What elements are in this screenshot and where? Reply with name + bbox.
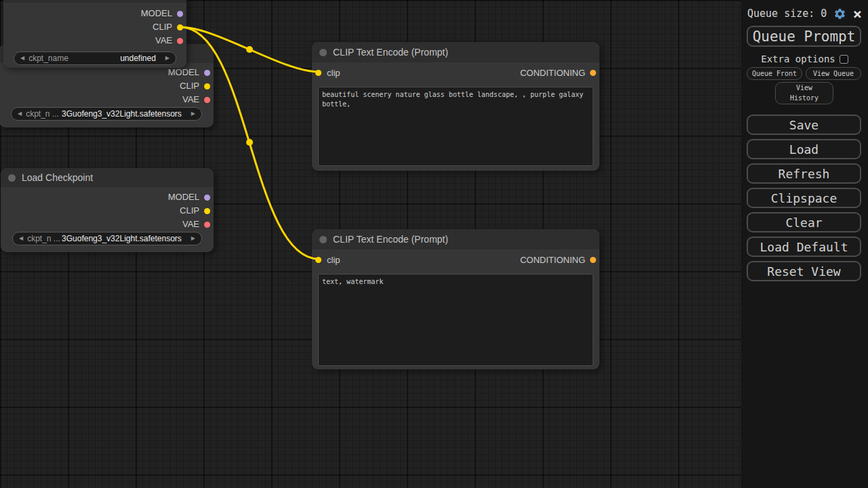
output-slot-vae: VAE <box>0 93 214 106</box>
extra-options-label: Extra options <box>761 54 835 64</box>
node-clip-text-encode-positive[interactable]: CLIP Text Encode (Prompt) clip CONDITION… <box>312 42 599 171</box>
comfy-menu-panel: Queue size: 0 × Queue Prompt Extra optio… <box>741 0 868 488</box>
output-slot-clip: CLIP <box>1 204 214 218</box>
combo-prev-icon[interactable]: ◀ <box>19 236 23 241</box>
slot-label-clip: CLIP <box>180 81 199 91</box>
conditioning-output-dot[interactable] <box>590 257 596 263</box>
node-title: Load Checkpoint <box>22 172 93 183</box>
vae-output-dot[interactable] <box>204 222 210 228</box>
combo-label: ckpt_name <box>28 54 68 63</box>
slot-label-model: MODEL <box>168 192 199 202</box>
output-slot-model: MODEL <box>3 7 186 20</box>
output-slot-model: MODEL <box>1 190 214 204</box>
model-output-dot[interactable] <box>177 11 183 17</box>
queue-size-label: Queue size: 0 <box>747 7 827 20</box>
queue-prompt-button[interactable]: Queue Prompt <box>747 26 861 47</box>
vae-output-dot[interactable] <box>177 38 183 44</box>
clip-input-dot[interactable] <box>315 257 321 263</box>
combo-prev-icon[interactable]: ◀ <box>18 111 22 117</box>
view-history-button[interactable]: View History <box>775 82 833 104</box>
output-slot-clip: CLIP <box>3 20 186 34</box>
vae-output-dot[interactable] <box>204 97 210 103</box>
clipspace-button[interactable]: Clipspace <box>747 188 861 208</box>
slot-label-clip-input: clip <box>327 68 340 78</box>
slot-label-vae: VAE <box>182 219 199 229</box>
clip-output-dot[interactable] <box>177 24 183 30</box>
positive-prompt-textarea[interactable]: beautiful scenery nature glass bottle la… <box>318 87 593 166</box>
collapse-dot-icon[interactable] <box>319 236 327 243</box>
node-title-bar[interactable]: Load Checkpoint <box>1 168 214 187</box>
node-clip-text-encode-negative[interactable]: CLIP Text Encode (Prompt) clip CONDITION… <box>312 229 599 369</box>
combo-value: undefined <box>120 54 156 63</box>
model-output-dot[interactable] <box>204 195 210 201</box>
slot-row: clip CONDITIONING <box>312 249 599 270</box>
refresh-button[interactable]: Refresh <box>747 163 861 184</box>
conditioning-output-dot[interactable] <box>590 70 596 76</box>
link-midpoint-dot[interactable] <box>246 139 253 146</box>
node-title-bar[interactable]: CLIP Text Encode (Prompt) <box>312 42 599 62</box>
combo-next-icon[interactable]: ▶ <box>191 111 195 117</box>
slot-label-vae: VAE <box>182 94 199 104</box>
clip-output-dot[interactable] <box>204 83 210 89</box>
link-midpoint-dot[interactable] <box>246 46 253 53</box>
slot-label-vae: VAE <box>155 35 172 45</box>
slot-label-model: MODEL <box>141 8 172 18</box>
reset-view-button[interactable]: Reset View <box>747 261 861 281</box>
combo-prev-icon[interactable]: ◀ <box>20 56 24 61</box>
node-load-checkpoint[interactable]: Load Checkpoint MODEL CLIP VAE ◀ ckpt_n … <box>1 168 214 252</box>
combo-value: 3Guofeng3_v32Light.safetensors <box>62 234 182 243</box>
combo-value: 3Guofeng3_v32Light.safetensors <box>62 109 182 119</box>
ckpt-name-combo-widget[interactable]: ◀ ckpt_n ... 3Guofeng3_v32Light.safetens… <box>11 107 202 121</box>
load-button[interactable]: Load <box>747 139 861 159</box>
slot-label-clip-input: clip <box>327 255 340 265</box>
combo-label: ckpt_n ... <box>26 109 59 119</box>
slot-label-model: MODEL <box>168 67 199 77</box>
slot-row: clip CONDITIONING <box>312 62 599 83</box>
collapse-dot-icon[interactable] <box>8 174 16 182</box>
queue-size-row: Queue size: 0 × <box>741 5 868 22</box>
slot-label-conditioning: CONDITIONING <box>520 68 585 78</box>
ckpt-name-combo-widget[interactable]: ◀ ckpt_name undefined ▶ <box>14 52 176 65</box>
slot-label-clip: CLIP <box>180 205 199 216</box>
clear-button[interactable]: Clear <box>747 212 861 232</box>
combo-next-icon[interactable]: ▶ <box>165 56 170 61</box>
settings-gear-icon[interactable] <box>833 7 846 20</box>
negative-prompt-textarea[interactable]: text, watermark <box>318 274 593 366</box>
save-button[interactable]: Save <box>747 115 861 135</box>
output-slot-vae: VAE <box>1 218 214 231</box>
ckpt-name-combo-widget[interactable]: ◀ ckpt_n ... 3Guofeng3_v32Light.safetens… <box>12 232 202 245</box>
slot-label-conditioning: CONDITIONING <box>520 255 585 265</box>
extra-options-row: Extra options <box>741 54 868 64</box>
queue-front-button[interactable]: Queue Front <box>747 67 802 80</box>
clip-output-dot[interactable] <box>204 208 210 214</box>
extra-options-checkbox[interactable] <box>840 55 848 64</box>
node-title-bar[interactable]: CLIP Text Encode (Prompt) <box>312 229 599 249</box>
combo-next-icon[interactable]: ▶ <box>191 236 195 241</box>
node-checkpoint-top[interactable]: MODEL CLIP VAE ◀ ckpt_name undefined ▶ <box>3 0 186 68</box>
slot-label-clip: CLIP <box>153 22 172 32</box>
close-icon[interactable]: × <box>853 7 862 20</box>
view-queue-button[interactable]: View Queue <box>806 67 861 80</box>
combo-label: ckpt_n ... <box>27 234 60 243</box>
load-default-button[interactable]: Load Default <box>747 237 861 257</box>
node-title: CLIP Text Encode (Prompt) <box>333 234 448 245</box>
output-slot-model: MODEL <box>0 66 214 79</box>
node-title: CLIP Text Encode (Prompt) <box>333 47 448 58</box>
clip-input-dot[interactable] <box>315 70 321 76</box>
output-slot-clip: CLIP <box>0 79 214 93</box>
output-slot-vae: VAE <box>3 34 186 47</box>
node-graph-canvas[interactable]: MODEL CLIP VAE ◀ ckpt_n ... 3Guofeng3_v3… <box>0 0 868 488</box>
model-output-dot[interactable] <box>204 70 210 76</box>
collapse-dot-icon[interactable] <box>319 49 327 56</box>
